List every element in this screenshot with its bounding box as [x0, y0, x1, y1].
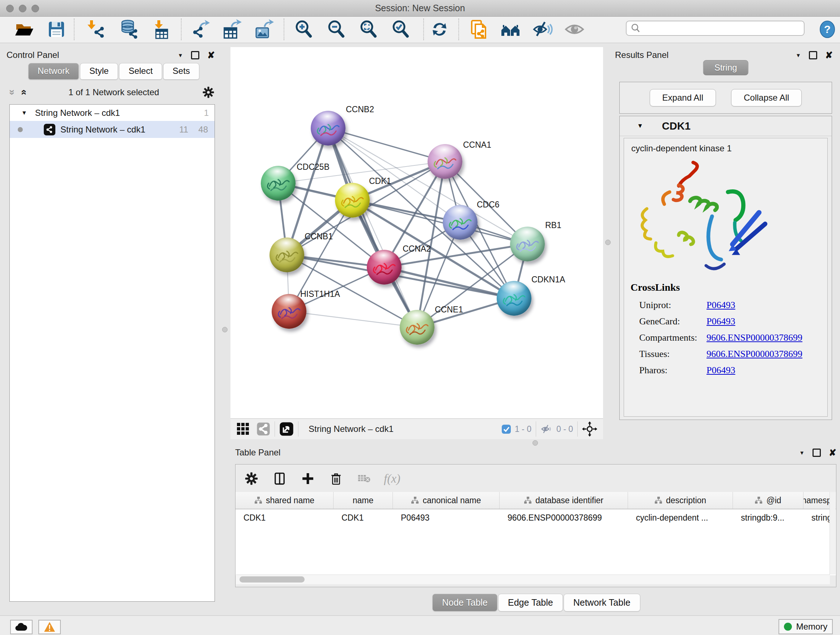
protein-section-header[interactable]: ▼ CDK1	[620, 116, 832, 136]
warning-status-button[interactable]	[38, 620, 61, 634]
node-CCNA1[interactable]	[428, 144, 462, 179]
hidden-count: 0 - 0	[556, 424, 573, 434]
open-in-new-window-icon[interactable]	[279, 422, 294, 436]
import-network-button[interactable]	[87, 19, 107, 40]
grid-view-icon[interactable]	[236, 422, 250, 436]
node-CDC6[interactable]	[443, 205, 477, 240]
export-image-button[interactable]	[254, 19, 274, 40]
column-header-canonical-name[interactable]: canonical name	[393, 492, 500, 509]
open-session-button[interactable]	[14, 19, 34, 40]
column-header-description[interactable]: description	[628, 492, 733, 509]
node-CDC25B[interactable]	[261, 166, 295, 201]
close-panel-icon[interactable]: ✘	[829, 448, 836, 457]
panel-menu-icon[interactable]: ▼	[178, 52, 183, 58]
panel-menu-icon[interactable]: ▼	[796, 52, 801, 58]
tab-style[interactable]: Style	[80, 63, 118, 80]
select-columns-icon[interactable]	[271, 470, 288, 487]
expand-all-button[interactable]: Expand All	[650, 89, 716, 106]
float-panel-icon[interactable]	[813, 448, 821, 457]
network-share-view-icon[interactable]	[256, 422, 270, 436]
tab-sets[interactable]: Sets	[163, 63, 199, 80]
splitter-handle[interactable]	[222, 327, 227, 333]
node-CCNB1[interactable]	[270, 238, 304, 272]
clone-network-button[interactable]	[469, 19, 489, 40]
node-CCNB2[interactable]	[311, 111, 346, 146]
zoom-in-button[interactable]	[294, 19, 314, 40]
export-table-button[interactable]	[221, 19, 242, 40]
memory-button[interactable]: Memory	[778, 619, 833, 634]
search-input[interactable]	[641, 23, 804, 33]
edge-CCNB2-CCNE1[interactable]	[328, 128, 417, 327]
export-network-button[interactable]	[190, 19, 210, 40]
tab-node-table[interactable]: Node Table	[432, 594, 497, 611]
float-panel-icon[interactable]	[191, 51, 199, 59]
gear-icon[interactable]	[243, 470, 260, 487]
import-network-from-database-button[interactable]	[119, 19, 139, 40]
table-vertical-scrollbar[interactable]	[829, 492, 836, 575]
import-table-button[interactable]	[151, 19, 172, 40]
add-column-icon[interactable]	[299, 470, 317, 487]
network-status-dot	[18, 127, 23, 132]
crosslink-value[interactable]: P06493	[706, 316, 735, 327]
close-panel-icon[interactable]: ✘	[825, 51, 833, 60]
edge-CCNE1-HIST1H1A[interactable]	[289, 311, 417, 327]
table-row[interactable]: CDK1CDK1P064939606.ENSP00000378699cyclin…	[235, 509, 836, 526]
protein-thumbnail	[428, 144, 462, 179]
toolbar-separator	[536, 421, 536, 437]
close-panel-icon[interactable]: ✘	[207, 51, 215, 60]
collapse-all-icon[interactable]: »	[7, 89, 17, 95]
collapse-triangle-icon[interactable]: ▼	[21, 110, 27, 116]
column-header-name[interactable]: name	[333, 492, 393, 509]
column-header-database-identifier[interactable]: database identifier	[500, 492, 628, 509]
tab-network[interactable]: Network	[28, 63, 79, 80]
node-CDKN1A[interactable]	[497, 281, 531, 316]
node-RB1[interactable]	[510, 226, 545, 261]
application-window: Session: New Session	[0, 0, 840, 635]
float-panel-icon[interactable]	[809, 51, 817, 59]
save-session-button[interactable]	[46, 19, 66, 40]
tab-network-table[interactable]: Network Table	[564, 594, 640, 611]
show-all-eye-icon[interactable]	[564, 19, 584, 40]
crosslink-value[interactable]: P06493	[706, 365, 735, 376]
tab-select[interactable]: Select	[119, 63, 162, 80]
table-horizontal-scrollbar[interactable]	[236, 575, 830, 584]
panel-menu-icon[interactable]: ▼	[799, 450, 805, 456]
node-CDK1[interactable]	[335, 183, 370, 218]
selected-checkbox-icon[interactable]	[501, 424, 511, 434]
collapse-triangle-icon[interactable]: ▼	[637, 122, 643, 130]
crosslink-value[interactable]: 9606.ENSP00000378699	[706, 348, 802, 359]
birds-eye-view-icon[interactable]	[582, 421, 597, 437]
node-CCNE1[interactable]	[400, 310, 434, 345]
first-neighbors-button[interactable]	[500, 19, 521, 40]
collapse-all-button[interactable]: Collapse All	[731, 89, 802, 106]
cloud-status-button[interactable]	[10, 620, 33, 634]
column-header-shared-name[interactable]: shared name	[235, 492, 333, 509]
tab-edge-table[interactable]: Edge Table	[498, 594, 563, 611]
refresh-button[interactable]	[429, 19, 450, 40]
crosslink-value[interactable]: P06493	[706, 300, 735, 310]
gear-icon[interactable]	[202, 86, 215, 99]
node-HIST1H1A[interactable]	[272, 294, 306, 329]
hidden-eye-slash-icon[interactable]	[540, 423, 553, 435]
node-CCNA2[interactable]	[367, 250, 401, 285]
protein-structure-image	[633, 157, 770, 277]
help-button[interactable]: ?	[817, 19, 837, 40]
svg-text:?: ?	[824, 23, 831, 35]
network-collection-row[interactable]: ▼ String Network – cdk1 1	[10, 105, 215, 121]
expand-all-icon[interactable]: »	[18, 89, 28, 95]
hide-selected-eye-slash-icon[interactable]	[532, 19, 553, 40]
zoom-selected-button[interactable]	[391, 19, 411, 40]
node-label-CCNE1: CCNE1	[435, 305, 463, 315]
network-row-selected[interactable]: String Network – cdk1 11 48	[10, 121, 215, 138]
tab-string[interactable]: String	[703, 60, 748, 75]
edge-CDK1-RB1[interactable]	[352, 200, 527, 244]
delete-column-trash-icon[interactable]	[327, 470, 345, 487]
main-toolbar: ?	[0, 17, 840, 43]
zoom-fit-button[interactable]	[358, 19, 379, 40]
scrollbar-thumb[interactable]	[240, 576, 305, 583]
network-canvas[interactable]: CCNB2CCNA1CDC25BCDK1CDC6RB1CCNB1CCNA2CDK…	[231, 47, 603, 418]
column-header--id[interactable]: @id	[733, 492, 804, 509]
crosslink-value[interactable]: 9606.ENSP00000378699	[706, 333, 802, 343]
splitter-handle[interactable]	[605, 240, 611, 245]
zoom-out-button[interactable]	[326, 19, 347, 40]
